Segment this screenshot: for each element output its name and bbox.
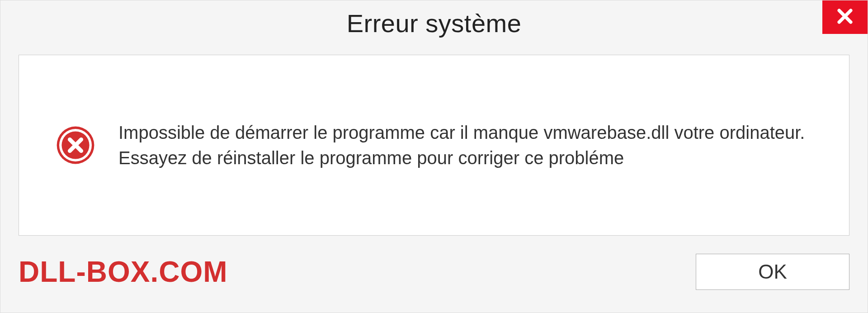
error-icon [55,125,96,166]
brand-label: DLL-BOX.COM [19,255,228,289]
title-bar: Erreur système [0,0,868,46]
dialog-title: Erreur système [347,9,522,38]
message-panel: Impossible de démarrer le programme car … [19,55,849,236]
close-icon [835,6,855,28]
close-button[interactable] [822,0,868,34]
dialog-footer: DLL-BOX.COM OK [0,249,868,313]
error-dialog: Erreur système Impossible de démarrer le… [0,0,868,313]
ok-button[interactable]: OK [696,254,849,290]
error-message: Impossible de démarrer le programme car … [118,120,813,171]
